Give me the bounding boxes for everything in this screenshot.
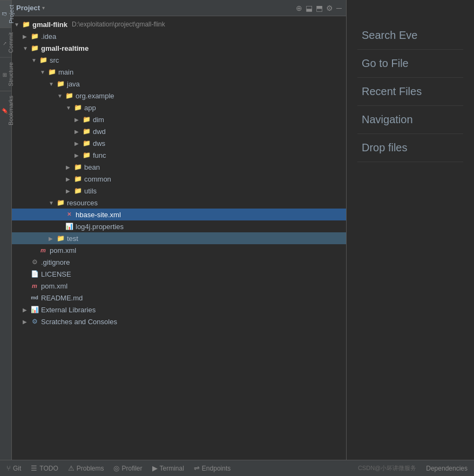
readme-icon: md [30,293,39,302]
project-dropdown[interactable]: ▾ [42,5,45,11]
resources-icon: 📁 [56,198,65,207]
profiler-button[interactable]: ◎ Profiler [109,462,146,474]
utils-label: utils [84,187,97,195]
project-header: Project ▾ ⊕ ⬓ ⬒ ⚙ ─ [12,0,346,16]
list-item[interactable]: 📄 LICENSE [12,268,346,280]
bookmarks-icon: 🔖 [2,97,8,125]
todo-label: TODO [39,465,58,472]
list-item[interactable]: ▶ 📁 test [12,232,346,244]
sync-icon[interactable]: ⊕ [296,4,302,12]
expand-all-icon[interactable]: ⬒ [316,4,323,12]
project-title: Project [16,4,40,12]
list-item[interactable]: m pom.xml [12,280,346,292]
list-item[interactable]: ▼ 📁 org.example [12,90,346,102]
gitignore-label: .gitignore [41,258,70,266]
list-item[interactable]: ▶ 📁 dws [12,137,346,149]
search-eve-label: Search Eve [362,29,417,41]
search-eve-item[interactable]: Search Eve [357,22,463,50]
org-icon: 📁 [65,91,73,100]
root-path: D:\exploitation\project\gmall-flink [72,21,165,28]
commit-icon: ✓ [2,34,8,53]
utils-icon: 📁 [73,186,82,195]
test-label: test [67,234,78,243]
list-item[interactable]: ▼ 📁 java [12,78,346,90]
list-item[interactable]: ▶ 📁 utils [12,185,346,197]
endpoints-button[interactable]: ⇌ Endpoints [189,462,235,474]
list-item[interactable]: ▶ 📁 dwd [12,125,346,137]
list-item[interactable]: 📊 log4j.properties [12,220,346,232]
ext-libs-label: External Libraries [41,306,96,314]
terminal-button[interactable]: ▶ Terminal [148,462,188,474]
sidebar-tab-project[interactable]: 🗂 Project [0,0,11,28]
idea-label: .idea [41,32,56,41]
list-item[interactable]: m pom.xml [12,244,346,256]
resources-label: resources [67,199,98,207]
list-item[interactable]: ✕ hbase-site.xml [12,209,346,220]
readme-label: README.md [41,294,83,302]
go-to-file-item[interactable]: Go to File [357,50,463,78]
pom-root-icon: m [30,281,39,290]
list-item[interactable]: ▶ 📁 func [12,149,346,161]
list-item[interactable]: ▶ 📁 common [12,173,346,185]
list-item[interactable]: ▼ 📁 resources [12,197,346,209]
recent-files-item[interactable]: Recent Files [357,78,463,106]
git-icon: ⑂ [6,464,11,472]
list-item[interactable]: ▶ 📁 bean [12,161,346,173]
collapse-all-icon[interactable]: ⬓ [306,4,313,12]
sidebar-tab-bookmarks[interactable]: 🔖 Bookmarks [0,91,11,130]
gmall-realtime-label: gmall-realtime [41,44,89,52]
root-folder-icon: 📁 [22,20,30,29]
hbase-xml-label: hbase-site.xml [76,211,121,219]
structure-icon: ⊞ [2,64,8,86]
properties-icon: 📊 [65,222,73,231]
license-icon: 📄 [30,270,39,278]
profiler-label: Profiler [121,465,142,472]
navigation-item[interactable]: Navigation [357,106,463,134]
list-item[interactable]: ▼ 📁 src [12,54,346,66]
drop-files-label: Drop files [362,142,407,153]
left-sidebar: 🗂 Project ✓ Commit ⊞ Structure 🔖 Bookmar… [0,0,12,460]
list-item[interactable]: ▶ 📊 External Libraries [12,304,346,316]
scratches-label: Scratches and Consoles [41,318,117,326]
main-label: main [58,68,73,76]
endpoints-label: Endpoints [202,465,231,472]
git-button[interactable]: ⑂ Git [2,462,25,474]
dependencies-tab[interactable]: Dependencies [422,462,472,474]
common-label: common [84,175,111,183]
list-item[interactable]: ▶ ⚙ Scratches and Consoles [12,316,346,327]
dim-icon: 📁 [82,115,91,124]
terminal-label: Terminal [160,465,184,472]
todo-button[interactable]: ☰ TODO [26,462,62,474]
func-icon: 📁 [82,151,91,159]
profiler-icon: ◎ [113,464,119,472]
list-item[interactable]: md README.md [12,292,346,304]
gitignore-icon: ⚙ [30,258,39,266]
project-icon: 🗂 [2,6,8,23]
drop-files-item[interactable]: Drop files [357,134,463,162]
file-tree: ▼ 📁 gmall-flink D:\exploitation\project\… [12,16,346,460]
list-item[interactable]: ▼ 📁 main [12,66,346,78]
recent-files-label: Recent Files [362,85,422,97]
settings-icon[interactable]: ⚙ [326,4,333,12]
git-label: Git [13,465,21,472]
sidebar-tab-structure[interactable]: ⊞ Structure [0,57,11,91]
list-item[interactable]: ▼ 📁 app [12,102,346,113]
sidebar-tab-commit[interactable]: ✓ Commit [0,28,11,57]
dwd-label: dwd [93,128,106,136]
common-icon: 📁 [73,175,82,183]
pom-icon: m [39,246,48,254]
endpoints-icon: ⇌ [194,464,200,472]
list-item[interactable]: ▶ 📁 .idea [12,30,346,42]
go-to-file-label: Go to File [362,57,409,69]
list-item[interactable]: ⚙ .gitignore [12,256,346,268]
minimize-icon[interactable]: ─ [336,4,342,12]
list-item[interactable]: ▶ 📁 dim [12,113,346,125]
scratches-icon: ⚙ [30,317,39,326]
problems-button[interactable]: ⚠ Problems [64,462,109,474]
todo-icon: ☰ [31,464,37,472]
list-item[interactable]: ▼ 📁 gmall-realtime [12,42,346,54]
app-icon: 📁 [73,103,82,112]
tree-root[interactable]: ▼ 📁 gmall-flink D:\exploitation\project\… [12,18,346,30]
src-label: src [50,56,59,64]
java-icon: 📁 [56,79,65,88]
